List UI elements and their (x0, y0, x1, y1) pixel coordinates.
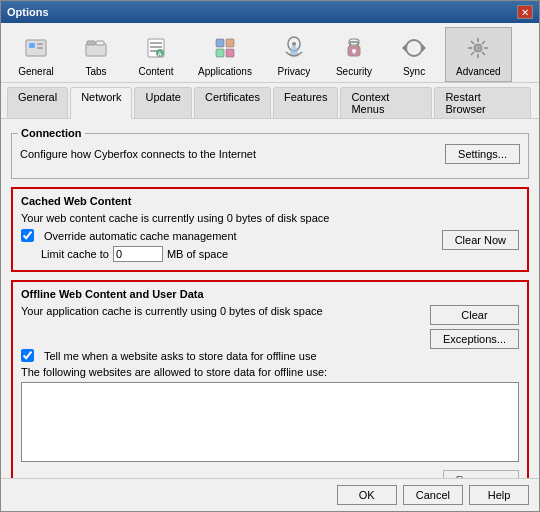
settings-button[interactable]: Settings... (445, 144, 520, 164)
svg-point-26 (474, 44, 482, 52)
svg-line-32 (482, 52, 485, 55)
override-row: Override automatic cache management (21, 229, 432, 242)
toolbar-advanced[interactable]: Advanced (445, 27, 511, 82)
tab-certificates[interactable]: Certificates (194, 87, 271, 118)
toolbar-general[interactable]: General (7, 27, 65, 82)
toolbar-sync[interactable]: Sync (385, 27, 443, 82)
toolbar-content-label: Content (138, 66, 173, 77)
svg-rect-5 (87, 41, 95, 45)
svg-rect-23 (353, 51, 354, 54)
following-label: The following websites are allowed to st… (21, 366, 519, 378)
advanced-icon (462, 32, 494, 64)
tell-me-row: Tell me when a website asks to store dat… (21, 349, 519, 362)
applications-icon (209, 32, 241, 64)
tab-general[interactable]: General (7, 87, 68, 118)
toolbar-applications[interactable]: Applications (187, 27, 263, 82)
svg-text:A: A (158, 51, 163, 57)
sync-icon (398, 32, 430, 64)
offline-group-label: Offline Web Content and User Data (21, 288, 519, 300)
svg-line-34 (471, 52, 474, 55)
tab-network[interactable]: Network (70, 87, 132, 119)
svg-rect-16 (226, 49, 234, 57)
svg-rect-2 (37, 43, 43, 45)
svg-marker-24 (422, 44, 426, 52)
clear-now-button[interactable]: Clear Now (442, 230, 519, 250)
content-area: Connection Configure how Cyberfox connec… (1, 119, 539, 478)
toolbar-advanced-label: Advanced (456, 66, 500, 77)
offline-web-content-section: Offline Web Content and User Data Your a… (11, 280, 529, 478)
security-icon (338, 32, 370, 64)
help-button[interactable]: Help (469, 485, 529, 505)
close-button[interactable]: ✕ (517, 5, 533, 19)
toolbar-privacy-label: Privacy (278, 66, 311, 77)
limit-unit: MB of space (167, 248, 228, 260)
tabs-row: General Network Update Certificates Feat… (1, 83, 539, 119)
svg-rect-14 (226, 39, 234, 47)
tell-me-checkbox[interactable] (21, 349, 34, 362)
clear-button[interactable]: Clear (430, 305, 519, 325)
tab-restart-browser[interactable]: Restart Browser (434, 87, 531, 118)
toolbar-sync-label: Sync (403, 66, 425, 77)
cached-info-text: Your web content cache is currently usin… (21, 212, 432, 224)
toolbar-tabs-label: Tabs (85, 66, 106, 77)
svg-rect-4 (86, 44, 106, 56)
content-icon: A (140, 32, 172, 64)
exceptions-button[interactable]: Exceptions... (430, 329, 519, 349)
tell-me-label: Tell me when a website asks to store dat… (44, 350, 317, 362)
svg-rect-8 (150, 42, 162, 44)
svg-rect-1 (29, 43, 35, 48)
cancel-button[interactable]: Cancel (403, 485, 463, 505)
ok-button[interactable]: OK (337, 485, 397, 505)
options-window: Options ✕ General (0, 0, 540, 512)
window-title: Options (7, 6, 49, 18)
cached-web-content-section: Cached Web Content Your web content cach… (11, 187, 529, 272)
connection-group: Connection Configure how Cyberfox connec… (11, 133, 529, 179)
connection-group-label: Connection (18, 127, 85, 139)
bottom-bar: OK Cancel Help (1, 478, 539, 511)
tab-features[interactable]: Features (273, 87, 338, 118)
limit-label: Limit cache to (41, 248, 109, 260)
toolbar-applications-label: Applications (198, 66, 252, 77)
svg-line-31 (471, 41, 474, 44)
connection-row: Configure how Cyberfox connects to the I… (20, 144, 520, 164)
offline-info-text: Your application cache is currently usin… (21, 305, 420, 317)
cached-web-content-label: Cached Web Content (21, 195, 519, 207)
svg-rect-13 (216, 39, 224, 47)
svg-marker-25 (402, 44, 406, 52)
svg-rect-6 (96, 41, 104, 45)
toolbar-general-label: General (18, 66, 54, 77)
toolbar-security-label: Security (336, 66, 372, 77)
override-label: Override automatic cache management (44, 230, 237, 242)
toolbar: General Tabs A (1, 23, 539, 83)
allowed-websites-list[interactable] (21, 382, 519, 462)
svg-rect-15 (216, 49, 224, 57)
tabs-icon (80, 32, 112, 64)
toolbar-security[interactable]: Security (325, 27, 383, 82)
limit-row: Limit cache to MB of space (21, 246, 432, 262)
remove-button[interactable]: Remove... (443, 470, 519, 478)
toolbar-content[interactable]: A Content (127, 27, 185, 82)
toolbar-privacy[interactable]: Privacy (265, 27, 323, 82)
title-bar: Options ✕ (1, 1, 539, 23)
svg-rect-9 (150, 46, 162, 48)
tab-update[interactable]: Update (134, 87, 191, 118)
toolbar-tabs[interactable]: Tabs (67, 27, 125, 82)
svg-rect-3 (37, 47, 43, 49)
limit-value-input[interactable] (113, 246, 163, 262)
general-icon (20, 32, 52, 64)
privacy-icon (278, 32, 310, 64)
svg-line-33 (482, 41, 485, 44)
tab-context-menus[interactable]: Context Menus (340, 87, 432, 118)
override-checkbox[interactable] (21, 229, 34, 242)
connection-description: Configure how Cyberfox connects to the I… (20, 148, 256, 160)
